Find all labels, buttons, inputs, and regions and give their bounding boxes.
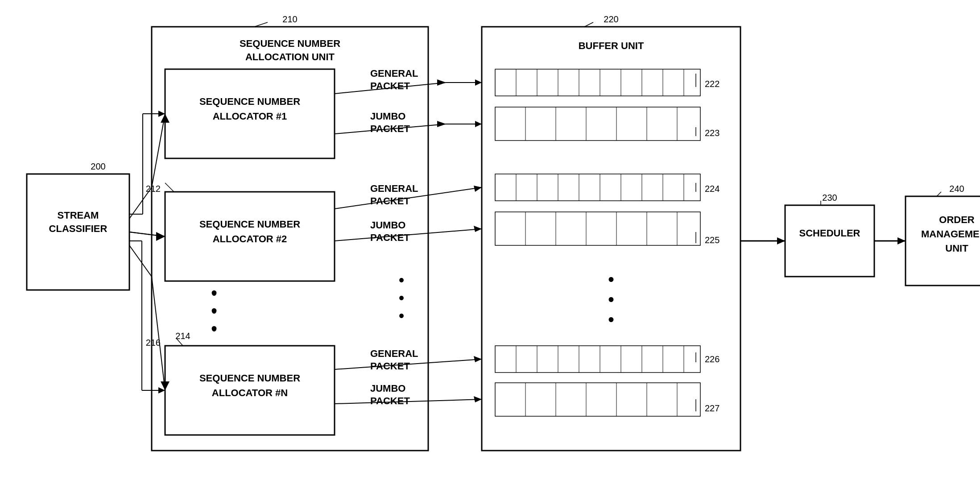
buffer-225: 225 [495,212,719,245]
allocatorN-label2: ALLOCATOR #N [212,387,288,398]
buffer-227: 227 [495,383,719,416]
packet-dots1: • [399,271,405,289]
buffer-dots1: • [608,269,614,289]
svg-rect-6 [495,69,700,96]
svg-rect-40 [495,346,700,373]
allocatorN-label1: SEQUENCE NUMBER [199,373,300,384]
buffer-unit-label: BUFFER UNIT [579,40,644,51]
buffer-226: 226 [495,346,719,373]
svg-marker-86 [474,186,482,192]
jumbo-packet-N-label2: PACKET [370,395,410,406]
svg-marker-94 [777,237,785,244]
ref-220: 220 [604,14,618,24]
packet-dots2: • [399,289,405,307]
svg-rect-33 [495,212,700,245]
seq-alloc-unit-label1: SEQUENCE NUMBER [240,38,340,49]
ref-224: 224 [705,184,719,194]
allocator2-label2: ALLOCATOR #2 [213,233,287,244]
buffer-222: 222 [495,69,719,96]
ref-200: 200 [91,161,105,171]
buffer-224: 224 [495,174,719,201]
svg-rect-50 [495,383,700,416]
order-mgmt-label2: MANAGEMENT [921,228,980,240]
jumbo-packet-2-label: JUMBO [370,219,405,231]
svg-marker-90 [474,356,482,362]
svg-line-64 [129,245,152,277]
jumbo-packet-N-label: JUMBO [370,383,405,394]
svg-marker-78 [437,79,446,86]
svg-marker-80 [475,79,482,86]
allocator2-label1: SEQUENCE NUMBER [199,219,300,230]
svg-rect-16 [495,107,700,141]
order-mgmt-label3: UNIT [945,243,968,254]
diagram-container: STREAM CLASSIFIER 200 210 SEQUENCE NUMBE… [0,0,980,501]
ref-222: 222 [705,79,719,89]
ref-240: 240 [949,184,964,194]
stream-classifier-label: STREAM [58,210,99,221]
svg-marker-82 [437,121,446,127]
allocator1-label1: SEQUENCE NUMBER [199,96,300,107]
svg-marker-84 [475,121,482,127]
seq-alloc-unit-label2: ALLOCATION UNIT [245,51,335,62]
buffer-dots3: • [608,310,614,329]
scheduler-label: SCHEDULER [799,228,860,239]
ref-210: 210 [282,14,297,24]
buffer-223: 223 [495,107,719,141]
stream-classifier-label2: CLASSIFIER [49,223,108,234]
ref-227: 227 [705,403,719,413]
svg-marker-88 [474,226,482,232]
general-packet-1-label: GENERAL [370,68,418,79]
general-packet-N-label: GENERAL [370,348,418,359]
svg-rect-23 [495,174,700,201]
ref-223: 223 [705,128,719,138]
buffer-dots2: • [608,290,614,309]
svg-rect-58 [906,196,980,286]
svg-text:•: • [211,284,217,302]
ref-225: 225 [705,235,719,245]
allocator1-label2: ALLOCATOR #1 [213,111,287,122]
ref-226: 226 [705,354,719,364]
svg-marker-92 [474,396,482,402]
svg-rect-57 [785,205,874,277]
jumbo-packet-1-label: JUMBO [370,111,405,122]
ref-216: 216 [146,338,161,348]
svg-text:•: • [211,302,217,320]
svg-marker-96 [897,237,906,244]
packet-dots3: • [399,306,405,325]
order-mgmt-label1: ORDER [939,214,975,225]
general-packet-2-label: GENERAL [370,183,418,194]
ref-230: 230 [822,193,837,203]
svg-text:•: • [211,320,217,338]
